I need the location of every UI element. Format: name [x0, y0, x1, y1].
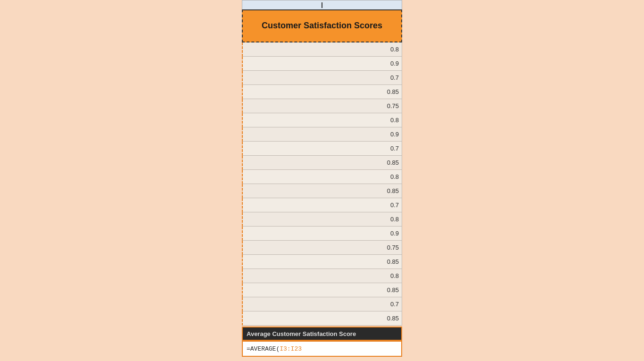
- data-cell[interactable]: 0.9: [242, 57, 402, 71]
- formula-prefix: =AVERAGE(: [247, 345, 280, 353]
- data-cell[interactable]: 0.85: [242, 184, 402, 198]
- column-header: [242, 0, 402, 9]
- data-cell[interactable]: 0.75: [242, 99, 402, 113]
- data-cell[interactable]: 0.7: [242, 297, 402, 311]
- formula-cell[interactable]: =AVERAGE(I3:I23: [242, 341, 402, 357]
- data-cell[interactable]: 0.8: [242, 42, 402, 57]
- footer-label-text: Average Customer Satisfaction Score: [247, 330, 356, 337]
- title-cell: Customer Satisfaction Scores: [242, 9, 402, 42]
- data-cell[interactable]: 0.85: [242, 85, 402, 99]
- data-rows: 0.80.90.70.850.750.80.90.70.850.80.850.7…: [242, 42, 402, 326]
- data-cell[interactable]: 0.7: [242, 71, 402, 85]
- footer-label-cell: Average Customer Satisfaction Score: [242, 327, 402, 341]
- data-cell[interactable]: 0.9: [242, 227, 402, 241]
- data-cell[interactable]: 0.8: [242, 113, 402, 127]
- data-cell[interactable]: 0.7: [242, 142, 402, 156]
- spreadsheet-title: Customer Satisfaction Scores: [262, 20, 382, 31]
- formula-range: I3:I23: [280, 345, 302, 353]
- data-cell[interactable]: 0.85: [242, 311, 402, 326]
- data-cell[interactable]: 0.75: [242, 241, 402, 255]
- data-cell[interactable]: 0.9: [242, 127, 402, 142]
- data-cell[interactable]: 0.8: [242, 170, 402, 184]
- cursor: [322, 2, 322, 8]
- data-cell[interactable]: 0.85: [242, 156, 402, 170]
- spreadsheet-container: Customer Satisfaction Scores 0.80.90.70.…: [242, 0, 402, 357]
- data-cell[interactable]: 0.8: [242, 212, 402, 227]
- data-cell[interactable]: 0.85: [242, 255, 402, 269]
- data-cell[interactable]: 0.8: [242, 269, 402, 283]
- data-cell[interactable]: 0.85: [242, 283, 402, 297]
- data-cell[interactable]: 0.7: [242, 198, 402, 212]
